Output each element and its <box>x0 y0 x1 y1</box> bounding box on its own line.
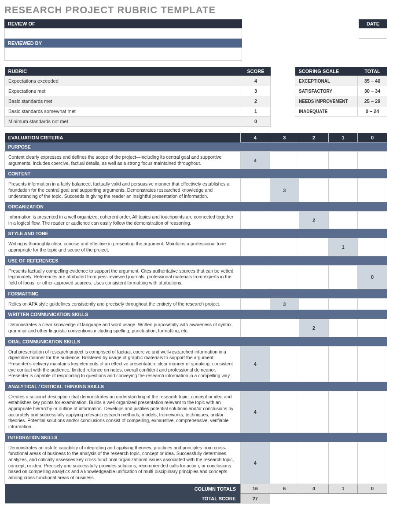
criterion-score-cell[interactable] <box>299 265 329 289</box>
criterion-score-cell[interactable]: 2 <box>299 319 329 337</box>
criterion-score-cell[interactable] <box>299 152 329 169</box>
criterion-name: FORMATTING <box>5 289 387 298</box>
criterion-name: WRITTEN COMMUNICATION SKILLS <box>5 310 387 319</box>
date-header: DATE <box>359 19 387 28</box>
criterion-score-cell[interactable] <box>240 265 270 289</box>
rubric-row-label: Expectations met <box>5 86 241 96</box>
scoring-scale-table: SCORING SCALE TOTAL EXCEPTIONAL35 – 40 S… <box>295 67 387 117</box>
criterion-score-cell[interactable] <box>328 152 358 169</box>
criterion-score-cell[interactable] <box>328 319 358 337</box>
criterion-score-cell[interactable]: 3 <box>270 179 299 202</box>
criterion-score-cell[interactable] <box>358 152 387 169</box>
criterion-score-cell[interactable] <box>358 442 387 484</box>
evaluation-table: EVALUATION CRITERIA 4 3 2 1 0 PURPOSECon… <box>4 133 387 503</box>
criterion-score-cell[interactable] <box>328 211 358 229</box>
date-input[interactable] <box>359 28 387 39</box>
scale-row-range: 0 – 24 <box>358 106 387 117</box>
criterion-score-cell[interactable]: 4 <box>240 346 270 382</box>
criterion-score-cell[interactable] <box>270 319 299 337</box>
rubric-row-score: 0 <box>241 117 271 127</box>
reviewed-by-input[interactable] <box>4 47 242 61</box>
criterion-score-cell[interactable] <box>299 391 329 433</box>
criterion-description: Writing is thoroughly clear, concise and… <box>5 238 241 256</box>
criterion-name: ANALYTICAL / CRITICAL THINKING SKILLS <box>5 382 387 391</box>
criterion-score-cell[interactable]: 4 <box>240 442 270 484</box>
rubric-row-label: Basic standards met <box>5 96 241 106</box>
scale-row-label: INADEQUATE <box>295 106 358 117</box>
criterion-score-cell[interactable] <box>240 319 270 337</box>
criterion-name: INTEGRATION SKILLS <box>5 433 387 442</box>
criterion-name: USE OF REFERENCES <box>5 256 387 265</box>
criterion-score-cell[interactable]: 4 <box>240 391 270 433</box>
rubric-row-score: 2 <box>241 96 271 106</box>
total-score-label: TOTAL SCORE <box>5 494 241 503</box>
criterion-score-cell[interactable] <box>358 298 387 310</box>
criterion-name: STYLE AND TONE <box>5 229 387 238</box>
criterion-score-cell[interactable] <box>270 265 299 289</box>
rubric-row-label: Expectations exceeded <box>5 76 241 86</box>
criterion-score-cell[interactable] <box>358 391 387 433</box>
rubric-row-score: 3 <box>241 86 271 96</box>
criterion-score-cell[interactable] <box>328 179 358 202</box>
scale-header: SCORING SCALE <box>295 67 358 76</box>
criterion-score-cell[interactable] <box>328 346 358 382</box>
criterion-score-cell[interactable]: 3 <box>270 298 299 310</box>
criterion-name: ORGANIZATION <box>5 202 387 211</box>
criterion-score-cell[interactable] <box>240 211 270 229</box>
col-total: 0 <box>358 484 387 494</box>
criterion-score-cell[interactable] <box>328 442 358 484</box>
criterion-score-cell[interactable] <box>270 238 299 256</box>
scale-row-label: EXCEPTIONAL <box>295 76 358 86</box>
criterion-score-cell[interactable]: 4 <box>240 152 270 169</box>
criterion-score-cell[interactable] <box>299 179 329 202</box>
eval-col-0: 0 <box>358 133 387 142</box>
criterion-score-cell[interactable]: 0 <box>358 265 387 289</box>
criterion-score-cell[interactable] <box>328 298 358 310</box>
criterion-score-cell[interactable] <box>270 211 299 229</box>
column-totals-label: COLUMN TOTALS <box>5 484 241 494</box>
criterion-description: Oral presentation of research project is… <box>5 346 241 382</box>
review-of-input[interactable] <box>4 28 242 39</box>
criterion-score-cell[interactable] <box>358 319 387 337</box>
eval-col-1: 1 <box>328 133 358 142</box>
criterion-score-cell[interactable]: 1 <box>328 238 358 256</box>
scale-row-label: SATISFACTORY <box>295 86 358 96</box>
criterion-score-cell[interactable] <box>270 152 299 169</box>
score-header: SCORE <box>241 67 271 76</box>
criterion-score-cell[interactable] <box>299 346 329 382</box>
review-of-header: REVIEW OF <box>4 19 242 28</box>
criterion-description: Relies on APA style guidelines consisten… <box>5 298 241 310</box>
criterion-score-cell[interactable] <box>358 238 387 256</box>
criterion-score-cell[interactable] <box>358 211 387 229</box>
criterion-description: Presents information in a fairly balance… <box>5 179 241 202</box>
scale-row-range: 25 – 29 <box>358 96 387 106</box>
criterion-name: ORAL COMMUNICATION SKILLS <box>5 337 387 346</box>
criterion-score-cell[interactable] <box>299 298 329 310</box>
criterion-description: Demonstrates a clear knowledge of langua… <box>5 319 241 337</box>
criterion-score-cell[interactable] <box>270 442 299 484</box>
criterion-description: Content clearly expresses and defines th… <box>5 152 241 169</box>
criterion-score-cell[interactable] <box>240 238 270 256</box>
criterion-score-cell[interactable] <box>328 391 358 433</box>
criterion-score-cell[interactable] <box>299 442 329 484</box>
reviewed-by-header: REVIEWED BY <box>4 39 242 47</box>
page-title: RESEARCH PROJECT RUBRIC TEMPLATE <box>4 4 389 16</box>
scale-total-header: TOTAL <box>358 67 387 76</box>
rubric-row-label: Minimum standards not met <box>5 117 241 127</box>
col-total: 6 <box>270 484 299 494</box>
criterion-score-cell[interactable] <box>299 238 329 256</box>
criterion-score-cell[interactable] <box>270 391 299 433</box>
eval-header: EVALUATION CRITERIA <box>5 133 241 142</box>
eval-col-4: 4 <box>240 133 270 142</box>
criterion-score-cell[interactable] <box>358 346 387 382</box>
criterion-score-cell[interactable] <box>358 179 387 202</box>
col-total: 4 <box>299 484 329 494</box>
scale-row-range: 35 – 40 <box>358 76 387 86</box>
col-total: 16 <box>240 484 270 494</box>
criterion-description: Demonstrates an astute capability of int… <box>5 442 241 484</box>
criterion-score-cell[interactable]: 2 <box>299 211 329 229</box>
criterion-score-cell[interactable] <box>328 265 358 289</box>
criterion-score-cell[interactable] <box>270 346 299 382</box>
criterion-score-cell[interactable] <box>240 298 270 310</box>
criterion-score-cell[interactable] <box>240 179 270 202</box>
